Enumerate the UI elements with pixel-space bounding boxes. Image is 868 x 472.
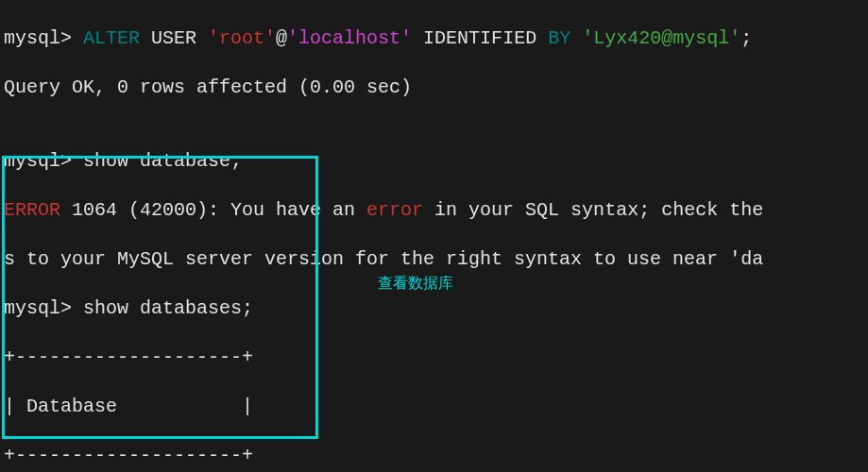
cmd-line-3: mysql> show databases; [4, 296, 864, 321]
error-word: error [366, 199, 423, 221]
keyword-user: USER [140, 27, 208, 49]
cmd-line-1: mysql> ALTER USER 'root'@'localhost' IDE… [4, 26, 864, 51]
semicolon: ; [740, 27, 752, 49]
keyword-alter: ALTER [83, 27, 140, 49]
mysql-prompt: mysql> [4, 27, 83, 49]
error-line-1: ERROR 1064 (42000): You have an error in… [4, 198, 864, 223]
keyword-identified: IDENTIFIED [412, 27, 548, 49]
mysql-prompt: mysql> [4, 150, 83, 172]
cmd-line-2: mysql> show database; [4, 149, 864, 174]
error-rest: in your SQL syntax; check the [423, 199, 763, 221]
string-root: 'root' [208, 27, 276, 49]
annotation-label: 查看数据库 [378, 274, 453, 294]
cmd-show-database: show database; [83, 150, 242, 172]
error-keyword: ERROR [4, 199, 60, 221]
mysql-prompt: mysql> [4, 297, 83, 319]
table-border-mid: +--------------------+ [4, 444, 864, 468]
string-localhost: 'localhost' [287, 27, 412, 49]
terminal-output: mysql> ALTER USER 'root'@'localhost' IDE… [4, 2, 864, 472]
table-header: | Database | [4, 395, 864, 419]
at-sign: @ [276, 27, 287, 49]
query-ok-line: Query OK, 0 rows affected (0.00 sec) [4, 76, 864, 100]
error-line-2: s to your MySQL server version for the r… [4, 247, 864, 272]
string-password: 'Lyx420@mysql' [570, 27, 740, 49]
table-border-top: +--------------------+ [4, 346, 864, 370]
keyword-by: BY [548, 27, 570, 49]
cmd-show-databases: show databases; [83, 297, 253, 319]
error-code: 1064 (42000): You have an [60, 199, 366, 221]
